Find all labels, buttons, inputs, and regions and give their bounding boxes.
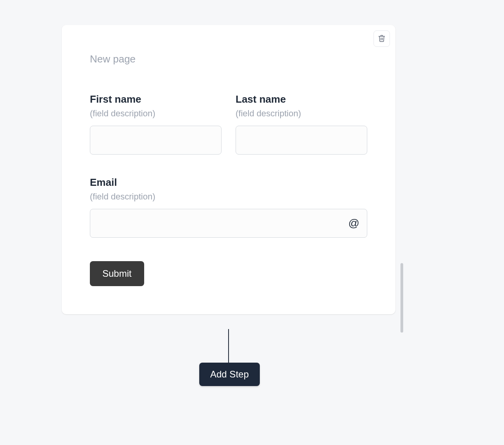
scrollbar-thumb[interactable] xyxy=(400,263,403,333)
page-title[interactable]: New page xyxy=(90,53,367,65)
step-connector-line xyxy=(228,329,229,363)
first-name-field: First name (field description) xyxy=(90,93,222,155)
form-row-email: Email (field description) @ xyxy=(90,176,367,238)
last-name-input[interactable] xyxy=(236,126,367,155)
first-name-description: (field description) xyxy=(90,109,222,119)
email-label: Email xyxy=(90,176,367,189)
delete-page-button[interactable] xyxy=(374,30,390,47)
form-row-names: First name (field description) Last name… xyxy=(90,93,367,155)
submit-button[interactable]: Submit xyxy=(90,261,144,286)
trash-icon xyxy=(378,34,386,43)
email-input-wrapper: @ xyxy=(90,209,367,238)
email-input[interactable] xyxy=(90,209,367,238)
add-step-button[interactable]: Add Step xyxy=(199,363,260,386)
email-field: Email (field description) @ xyxy=(90,176,367,238)
last-name-description: (field description) xyxy=(236,109,367,119)
first-name-label: First name xyxy=(90,93,222,105)
last-name-field: Last name (field description) xyxy=(236,93,367,155)
email-description: (field description) xyxy=(90,192,367,202)
last-name-label: Last name xyxy=(236,93,367,105)
form-page-card: New page First name (field description) … xyxy=(62,25,395,314)
first-name-input[interactable] xyxy=(90,126,222,155)
